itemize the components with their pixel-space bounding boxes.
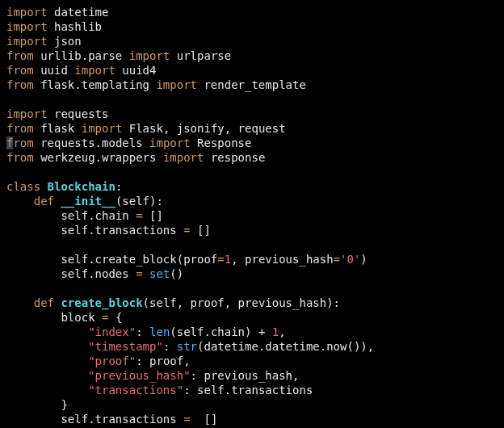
code-text: , (279, 325, 285, 338)
string: '0' (340, 253, 360, 266)
operator: = (334, 253, 340, 266)
imported-name: response (204, 151, 265, 164)
number: 1 (225, 253, 231, 266)
keyword-import: import (6, 107, 48, 120)
code-text (143, 267, 149, 280)
operator: = (217, 253, 224, 266)
string: "previous_hash" (88, 369, 190, 382)
keyword-def: def (34, 296, 61, 309)
code-text: ) (360, 253, 367, 266)
module-name: urllib.parse (34, 49, 129, 62)
code-text: { (108, 311, 122, 324)
keyword-import: import (74, 64, 116, 77)
indent (6, 340, 88, 353)
code-text: [] (191, 413, 218, 426)
punct: : (116, 180, 122, 193)
params: (self): (116, 195, 163, 208)
builtin: str (177, 340, 197, 353)
operator: = (136, 209, 142, 222)
module-name: flask (34, 122, 82, 135)
class-name: Blockchain (48, 180, 116, 193)
keyword-from: from (6, 64, 34, 77)
keyword-import: import (149, 136, 191, 149)
keyword-import: import (156, 78, 197, 91)
string: "index" (88, 325, 136, 338)
code-text: : previous_hash, (191, 369, 300, 382)
keyword-import: import (82, 122, 123, 135)
module-name: json (48, 35, 82, 48)
operator: = (183, 413, 190, 426)
code-text: self.transactions (6, 224, 183, 237)
code-editor[interactable]: import datetime import hashlib import js… (0, 0, 504, 428)
keyword-class: class (6, 180, 48, 193)
keyword-from: from (6, 78, 34, 91)
module-name: datetime (48, 6, 109, 19)
code-text: block (6, 311, 102, 324)
code-text: (datetime.datetime.now()), (197, 340, 374, 353)
code-text: : (163, 340, 177, 353)
code-text: : (136, 325, 149, 338)
module-name: requests.models (34, 136, 149, 149)
code-text: [] (143, 209, 163, 222)
keyword-import: import (129, 49, 170, 62)
module-name: requests (48, 107, 109, 120)
indent (6, 325, 88, 338)
keyword-import: import (6, 20, 48, 33)
keyword-from: from (6, 122, 34, 135)
imported-name: render_template (197, 78, 306, 91)
code-text: (self.chain) + (170, 325, 271, 338)
module-name: uuid (34, 64, 75, 77)
indent (6, 296, 34, 309)
operator: = (136, 267, 142, 280)
imported-name: urlparse (170, 49, 231, 62)
operator: = (183, 224, 190, 237)
code-text: self.nodes (6, 267, 136, 280)
keyword-import: import (163, 151, 204, 164)
code-text: : proof, (136, 355, 190, 367)
string: "transactions" (88, 384, 183, 397)
method-name: __init__ (61, 195, 115, 208)
keyword-from: from (6, 49, 34, 62)
code-text: } (6, 398, 68, 411)
params: (self, proof, previous_hash): (143, 296, 340, 309)
builtin: len (149, 325, 170, 338)
indent (6, 195, 34, 208)
code-text: [] (191, 224, 211, 237)
keyword-def: def (34, 195, 61, 208)
code-text: self.create_block(proof (6, 253, 217, 266)
code-text: : self.transactions (183, 384, 313, 397)
indent (6, 355, 88, 367)
indent (6, 369, 88, 382)
code-text: () (170, 267, 183, 280)
indent (6, 384, 88, 397)
method-name: create_block (61, 296, 142, 309)
string: "proof" (88, 355, 136, 367)
builtin: set (149, 267, 170, 280)
keyword-import: import (6, 35, 48, 48)
string: "timestamp" (88, 340, 163, 353)
number: 1 (272, 325, 279, 338)
module-name: hashlib (48, 20, 102, 33)
code-text: self.chain (6, 209, 136, 222)
keyword-import: import (6, 6, 48, 19)
keyword-from: from (6, 151, 34, 164)
keyword-from: rom (13, 136, 33, 149)
code-text: self.transactions (6, 413, 183, 426)
imported-name: uuid4 (116, 64, 157, 77)
code-text: , previous_hash (231, 253, 333, 266)
imported-name: Response (191, 136, 252, 149)
module-name: werkzeug.wrappers (34, 151, 163, 164)
imported-name: Flask, jsonify, request (122, 122, 285, 135)
module-name: flask.templating (34, 78, 157, 91)
